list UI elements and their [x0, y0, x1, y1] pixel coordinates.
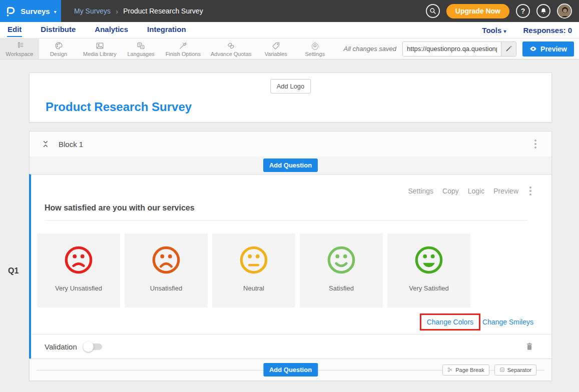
product-name: Surveys: [21, 7, 50, 16]
upgrade-now-button[interactable]: Upgrade Now: [446, 4, 509, 18]
collapse-icon: [42, 139, 50, 149]
validation-toggle[interactable]: [84, 344, 102, 350]
search-button[interactable]: [426, 4, 440, 18]
smiley-option-neutral[interactable]: Neutral: [212, 234, 295, 308]
pencil-icon: [505, 46, 512, 52]
toolbar-item-workspace[interactable]: Workspace: [0, 38, 39, 59]
survey-title[interactable]: Product Research Survey: [46, 100, 192, 114]
smiley-option-unsatisfied[interactable]: Unsatisfied: [125, 234, 208, 308]
toolbar-item-variables[interactable]: Variables: [256, 38, 295, 59]
preview-button[interactable]: Preview: [522, 42, 574, 56]
change-smileys-link[interactable]: Change Smileys: [482, 318, 533, 326]
smiley-face-icon: [326, 244, 357, 276]
design-icon: [55, 42, 63, 50]
settings-icon: [311, 42, 319, 50]
survey-url-input[interactable]: [403, 42, 501, 56]
user-avatar[interactable]: [557, 4, 572, 18]
eye-icon: [529, 45, 537, 52]
chevron-down-icon: ▾: [54, 9, 57, 14]
save-status: All changes saved: [344, 45, 397, 52]
block-menu-button[interactable]: [532, 138, 538, 150]
chevron-down-icon: ▾: [503, 28, 506, 34]
questionpro-logo-icon: [5, 4, 17, 18]
breadcrumb: My Surveys › Product Research Survey: [74, 7, 203, 16]
survey-url-group: [402, 42, 516, 56]
languages-icon: 文A: [137, 42, 145, 50]
toolbar-item-finish-options[interactable]: Finish Options: [161, 38, 206, 59]
tab-distribute[interactable]: Distribute: [40, 23, 76, 37]
survey-header-card: Add Logo Product Research Survey: [29, 72, 552, 122]
question-text[interactable]: How satisfied are you with our services: [45, 204, 527, 220]
question-menu-button[interactable]: [527, 184, 533, 198]
trash-icon: [525, 342, 533, 351]
top-navbar: Surveys ▾ My Surveys › Product Research …: [0, 0, 579, 22]
media-library-icon: [96, 42, 104, 50]
add-logo-button[interactable]: Add Logo: [270, 79, 311, 94]
edit-url-button[interactable]: [501, 42, 516, 56]
advance-quotas-icon: [227, 42, 235, 50]
question-action-preview[interactable]: Preview: [493, 187, 518, 195]
responses-count[interactable]: Responses: 0: [523, 26, 572, 34]
add-question-button-top[interactable]: Add Question: [263, 158, 318, 172]
breadcrumb-current: Product Research Survey: [123, 7, 203, 15]
workspace-icon: [16, 42, 24, 50]
variables-icon: [272, 42, 280, 50]
smiley-option-very-unsatisfied[interactable]: Very Unsatisfied: [37, 234, 120, 308]
breadcrumb-my-surveys[interactable]: My Surveys: [74, 7, 111, 15]
breadcrumb-separator-icon: ›: [116, 7, 118, 16]
question-card-q1: SettingsCopyLogicPreview How satisfied a…: [29, 174, 552, 359]
question-action-logic[interactable]: Logic: [468, 187, 484, 195]
svg-text:A: A: [142, 46, 144, 48]
workspace-canvas: Add Logo Product Research Survey Block 1…: [0, 60, 579, 381]
collapse-block-button[interactable]: [42, 139, 50, 149]
toolbar-item-design[interactable]: Design: [39, 38, 78, 59]
toolbar-item-languages[interactable]: 文ALanguages: [122, 38, 161, 59]
tab-integration[interactable]: Integration: [147, 23, 187, 37]
toolbar-item-settings[interactable]: Settings: [295, 38, 334, 59]
search-icon: [429, 8, 436, 14]
validation-label: Validation: [45, 342, 77, 351]
toolbar-item-media-library[interactable]: Media Library: [78, 38, 122, 59]
bell-icon: [540, 8, 547, 14]
smiley-option-very-satisfied[interactable]: Very Satisfied: [387, 234, 470, 308]
question-action-copy[interactable]: Copy: [442, 187, 459, 195]
question-action-settings[interactable]: Settings: [408, 187, 433, 195]
scissors-icon: [447, 367, 453, 372]
question-number-label: Q1: [8, 266, 19, 276]
add-question-strip-bottom: Add Question Page Break Separator: [29, 358, 552, 381]
smiley-option-satisfied[interactable]: Satisfied: [300, 234, 383, 308]
validation-row: Validation: [31, 334, 551, 358]
toolbar-item-advance-quotas[interactable]: Advance Quotas: [206, 38, 256, 59]
change-colors-link[interactable]: Change Colors: [420, 314, 480, 330]
page-break-button[interactable]: Page Break: [442, 364, 489, 376]
smiley-face-icon: [238, 244, 269, 276]
question-actions: SettingsCopyLogicPreview: [31, 184, 533, 198]
app-logo[interactable]: Surveys ▾: [0, 0, 61, 22]
smiley-face-icon: [151, 244, 182, 276]
editor-toolbar: WorkspaceDesignMedia Library文ALanguagesF…: [0, 38, 579, 60]
survey-section-nav: EditDistributeAnalyticsIntegration Tools…: [0, 22, 579, 38]
help-button[interactable]: ?: [516, 4, 530, 18]
finish-options-icon: [179, 42, 187, 50]
smiley-options-row: Very UnsatisfiedUnsatisfiedNeutralSatisf…: [37, 234, 551, 308]
block-header: Block 1: [29, 131, 552, 157]
smiley-face-icon: [63, 244, 94, 276]
add-question-strip-top: Add Question: [29, 156, 552, 174]
notifications-button[interactable]: [536, 4, 550, 18]
block-title[interactable]: Block 1: [59, 140, 83, 148]
separator-button[interactable]: Separator: [494, 364, 536, 376]
tab-analytics[interactable]: Analytics: [94, 23, 129, 37]
avatar-photo: [558, 4, 572, 18]
tab-edit[interactable]: Edit: [7, 23, 22, 37]
tools-menu[interactable]: Tools ▾: [482, 26, 506, 34]
smiley-face-icon: [413, 244, 444, 276]
add-question-button-bottom[interactable]: Add Question: [263, 363, 318, 376]
checkbox-icon: [499, 367, 505, 372]
delete-question-button[interactable]: [525, 342, 533, 351]
